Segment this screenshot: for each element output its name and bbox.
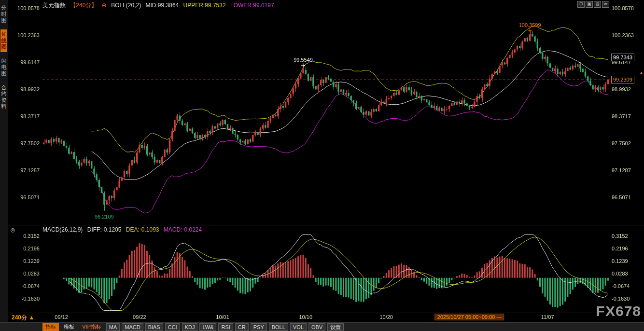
price-axis-label-left: 98.9932 <box>8 86 40 92</box>
axis-tag-upper-band: 99.7343 <box>611 54 634 61</box>
maximize-icon[interactable]: ▣ <box>586 1 593 8</box>
window-controls: ⊞▣▤≫ <box>577 1 609 8</box>
indicator-button-psy[interactable]: PSY <box>251 323 267 331</box>
indicator-button-boll[interactable]: BOLL <box>269 323 288 331</box>
boll-upper-value: UPPER:99.7532 <box>183 2 226 9</box>
macd-macd-value: MACD:-0.0224 <box>164 226 202 233</box>
price-axis-label-left: 97.7502 <box>8 140 40 146</box>
macd-axis-label-left: 0.1239 <box>8 258 40 264</box>
price-axis-label-right: 100.8578 <box>612 5 644 11</box>
tab-vip-indicators[interactable]: VIP指标 <box>79 323 104 331</box>
boll-lower-value: LOWER:99.0197 <box>230 2 274 9</box>
tile-windows-icon[interactable]: ⊞ <box>577 1 585 8</box>
peak-annotation-1: 99.5549 <box>294 57 313 63</box>
indicator-button-rsi[interactable]: RSI <box>218 323 233 331</box>
macd-axis-label-right: 0.1239 <box>612 258 644 264</box>
indicator-button-kdj[interactable]: KDJ <box>182 323 198 331</box>
boll-mid-value: MID:99.3864 <box>146 2 179 9</box>
app: 分时图K线图闪电图合约资料 美元指数 【240分】 ⊖ BOLL(20,2) M… <box>0 0 644 331</box>
symbol-name: 美元指数 <box>42 2 66 9</box>
sidebar-tab-kline-chart[interactable]: K线图 <box>0 29 7 52</box>
x-axis-label: 11/07 <box>541 314 554 320</box>
macd-dea-value: DEA:-0.1093 <box>126 226 159 233</box>
price-axis-label-right: 98.9932 <box>612 86 644 92</box>
cascade-windows-icon[interactable]: ▤ <box>594 1 601 8</box>
indicator-button-macd[interactable]: MACD <box>122 323 143 331</box>
x-axis-label: 10/10 <box>299 314 312 320</box>
collapse-icon[interactable]: ⊖ <box>102 2 107 9</box>
macd-diff-value: DIFF:-0.1205 <box>87 226 122 233</box>
tab-indicators[interactable]: 指标 <box>42 323 59 331</box>
x-axis-label: 10/01 <box>216 314 229 320</box>
settings-button[interactable]: 设置 <box>327 323 344 331</box>
price-axis-label-right: 100.2363 <box>612 32 644 38</box>
x-axis-label: 10/20 <box>379 314 393 320</box>
price-axis-label-left: 97.1287 <box>8 167 40 173</box>
bottom-toolbar: 指标模板VIP指标MAMACDBIASCCIKDJLW&RSICRPSYBOLL… <box>0 322 644 331</box>
x-axis-label: 09/12 <box>55 314 68 320</box>
tab-templates[interactable]: 模板 <box>61 323 77 331</box>
macd-axis-label-right: 0.0283 <box>612 271 644 276</box>
sidebar-tab-flash-chart[interactable]: 闪电图 <box>0 56 7 79</box>
macd-axis-label-left: 0.0283 <box>8 271 40 276</box>
chart-canvas[interactable] <box>0 0 644 331</box>
x-axis-label: 09/22 <box>133 314 146 320</box>
current-price-tag: 99.2309 <box>611 76 634 83</box>
price-axis-label-left: 96.5071 <box>8 194 40 200</box>
price-axis-label-right: 97.1287 <box>612 167 644 173</box>
boll-label: BOLL(20,2) <box>111 2 141 9</box>
indicator-button-bias[interactable]: BIAS <box>145 323 163 331</box>
crosshair-date-label: 2025/10/27 05:00~09:00 — <box>435 314 504 320</box>
indicator-button-cr[interactable]: CR <box>235 323 249 331</box>
indicator-button-obv[interactable]: OBV <box>308 323 325 331</box>
low-annotation: 96.2109 <box>95 214 114 220</box>
indicator-button-ma[interactable]: MA <box>106 323 120 331</box>
price-axis-label-right: 96.5071 <box>612 194 644 200</box>
price-axis-label-right: 98.3717 <box>612 113 644 119</box>
watermark: FX678 <box>596 303 641 319</box>
macd-axis-label-right: -0.1630 <box>612 296 644 302</box>
price-axis-label-left: 100.8578 <box>8 5 40 11</box>
indicator-button-cci[interactable]: CCI <box>165 323 180 331</box>
price-up-arrow-icon: ▲ <box>639 70 644 75</box>
macd-name: MACD(26,12,9) <box>42 226 83 233</box>
macd-axis-label-left: -0.1630 <box>8 296 40 302</box>
period-up-icon: ▲ <box>28 314 34 321</box>
price-axis-label-right: 97.7502 <box>612 140 644 146</box>
peak-annotation-2: 100.3599 <box>519 22 541 28</box>
macd-axis-label-left: 0.2196 <box>8 246 40 251</box>
chart-header: 美元指数 【240分】 ⊖ BOLL(20,2) MID:99.3864 UPP… <box>42 1 277 10</box>
collapse-panel-icon[interactable]: ≫ <box>602 1 609 8</box>
indicator-button-vol[interactable]: VOL <box>290 323 307 331</box>
macd-axis-label-right: 0.2196 <box>612 246 644 251</box>
price-axis-label-left: 98.3717 <box>8 113 40 119</box>
sidebar: 分时图K线图闪电图合约资料 <box>0 0 8 331</box>
macd-panel-icon[interactable]: ◎ <box>11 227 15 233</box>
macd-axis-label-right: -0.0674 <box>612 283 644 289</box>
price-axis-label-left: 99.6147 <box>8 59 40 65</box>
macd-axis-label-right: 0.3152 <box>612 233 644 239</box>
sidebar-tab-time-chart[interactable]: 分时图 <box>0 3 7 26</box>
indicator-button-lw[interactable]: LW& <box>199 323 216 331</box>
period-badge: 【240分】 <box>70 2 97 9</box>
macd-axis-label-left: 0.3152 <box>8 233 40 239</box>
macd-axis-label-left: -0.0674 <box>8 283 40 289</box>
sidebar-tab-contract-info[interactable]: 合约资料 <box>0 83 7 111</box>
period-selector[interactable]: 240分 ▲ <box>12 314 34 322</box>
period-text: 240分 <box>12 314 27 321</box>
macd-header: MACD(26,12,9) DIFF:-0.1205 DEA:-0.1093 M… <box>42 226 205 233</box>
price-axis-label-left: 100.2363 <box>8 32 40 38</box>
